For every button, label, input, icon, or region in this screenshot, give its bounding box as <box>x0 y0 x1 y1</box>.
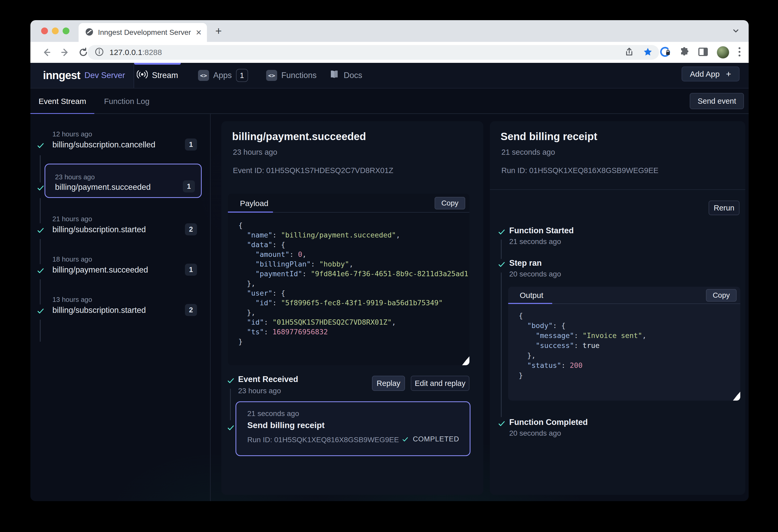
reload-icon[interactable] <box>78 47 88 58</box>
url-bar[interactable]: 127.0.0.1:8288 <box>87 45 659 60</box>
send-event-button[interactable]: Send event <box>690 93 744 109</box>
url-text: 127.0.0.1:8288 <box>109 48 162 57</box>
success-check-icon <box>498 261 505 268</box>
payload-card: Payload Copy { "name": "billing/payment.… <box>228 194 469 365</box>
plus-icon: + <box>726 69 731 79</box>
menu-dots-icon[interactable] <box>737 46 741 59</box>
event-name: billing/subscription.started <box>52 225 146 234</box>
tab-close-icon[interactable]: ✕ <box>196 28 202 37</box>
new-tab-button[interactable]: + <box>215 20 222 42</box>
page-fold-decoration <box>733 392 740 401</box>
success-check-icon <box>37 142 45 150</box>
timeline-connector <box>230 389 231 420</box>
nav-item-stream[interactable]: Stream <box>137 63 178 88</box>
forward-icon[interactable] <box>60 47 70 58</box>
stream-subnav: Event Stream Function Log Send event <box>30 88 749 114</box>
timeline-connector <box>40 239 41 264</box>
run-title: Send billing receipt <box>500 130 597 143</box>
event-name: billing/subscription.cancelled <box>52 140 155 150</box>
share-icon[interactable] <box>624 48 634 58</box>
nav-docs-label: Docs <box>344 71 362 80</box>
site-info-icon[interactable] <box>95 48 104 57</box>
stream-broadcast-icon <box>137 69 148 82</box>
copy-payload-button[interactable]: Copy <box>435 197 465 209</box>
nav-stream-label: Stream <box>152 71 178 80</box>
tab-search-chevron-icon[interactable] <box>732 27 740 36</box>
success-check-icon <box>227 424 235 432</box>
bookmark-star-icon[interactable] <box>643 47 653 58</box>
output-json: { "body": { "message": "Invoice sent", "… <box>508 304 740 380</box>
output-header: Output Copy <box>508 287 740 304</box>
timeline-connector <box>501 273 501 417</box>
run-name: Send billing receipt <box>247 421 325 430</box>
tab-event-stream[interactable]: Event Stream <box>30 88 94 114</box>
extensions-puzzle-icon[interactable] <box>679 47 690 58</box>
event-time: 13 hours ago <box>52 295 92 304</box>
timeline-connector <box>40 198 41 223</box>
payload-tab[interactable]: Payload <box>240 199 268 208</box>
success-check-icon <box>498 420 505 428</box>
timeline-connector <box>501 240 501 259</box>
content-area: 12 hours ago billing/subscription.cancel… <box>30 114 749 501</box>
brand: inngest Dev Server <box>30 63 134 88</box>
event-count-badge: 1 <box>185 264 197 276</box>
add-app-button[interactable]: Add App + <box>682 67 740 81</box>
success-check-icon <box>227 377 235 384</box>
nav-item-apps[interactable]: <> Apps 1 <box>198 63 248 88</box>
browser-tab[interactable]: Inngest Development Server ✕ <box>79 23 207 42</box>
run-time: 21 seconds ago <box>501 148 555 157</box>
output-card: Output Copy { "body": { "message": "Invo… <box>508 287 740 401</box>
rerun-button[interactable]: Rerun <box>709 200 740 215</box>
event-count-badge: 2 <box>185 223 197 235</box>
profile-avatar[interactable] <box>717 46 729 59</box>
success-check-icon <box>37 307 45 315</box>
run-detail-panel: Send billing receipt 21 seconds ago Run … <box>490 121 745 495</box>
step-ran-label: Step ran <box>509 258 542 268</box>
event-time: 12 hours ago <box>52 130 92 138</box>
functions-code-icon: <> <box>266 70 277 81</box>
dev-server-label: Dev Server <box>84 71 125 80</box>
event-name: billing/subscription.started <box>52 305 146 315</box>
apps-count-badge: 1 <box>236 69 248 82</box>
apps-code-icon: <> <box>198 70 209 81</box>
docs-book-icon <box>329 69 339 82</box>
event-title: billing/payment.succeeded <box>232 130 366 143</box>
browser-window: Inngest Development Server ✕ + 127.0.0.1… <box>30 20 749 501</box>
mac-zoom-button[interactable] <box>63 27 69 34</box>
password-extension-icon[interactable] <box>659 46 671 58</box>
favicon-globe-icon <box>85 28 93 37</box>
tab-title: Inngest Development Server <box>98 28 191 37</box>
success-check-icon <box>498 228 505 236</box>
success-check-icon <box>37 227 45 234</box>
add-app-label: Add App <box>690 70 720 79</box>
event-time: 21 hours ago <box>52 215 92 223</box>
mac-close-button[interactable] <box>41 27 48 34</box>
tab-event-stream-label: Event Stream <box>38 97 86 106</box>
output-tab[interactable]: Output <box>520 291 543 300</box>
side-panel-icon[interactable] <box>698 47 708 58</box>
run-id: Run ID: 01H5SQK1XEQ816X8GSB9WEG9EE <box>247 436 399 444</box>
edit-and-replay-button[interactable]: Edit and replay <box>411 376 469 391</box>
back-icon[interactable] <box>42 47 52 58</box>
completed-check-icon <box>402 436 409 443</box>
nav-item-functions[interactable]: <> Functions <box>266 63 316 88</box>
run-time: 21 seconds ago <box>247 410 299 418</box>
function-started-time: 21 seconds ago <box>509 238 561 246</box>
copy-output-button[interactable]: Copy <box>706 289 736 301</box>
function-completed-label: Function Completed <box>509 418 588 427</box>
mac-minimize-button[interactable] <box>52 27 59 34</box>
success-check-icon <box>37 184 45 192</box>
event-id: Event ID: 01H5SQK1S7HDESQ2C7VD8RX01Z <box>233 166 393 175</box>
app-header: inngest Dev Server Stream <> Apps 1 <> F… <box>30 63 749 88</box>
timeline-connector <box>40 155 41 182</box>
tab-function-log-label: Function Log <box>104 97 149 106</box>
event-count-badge: 1 <box>183 180 195 192</box>
function-run-card[interactable]: 21 seconds ago Send billing receipt Run … <box>235 402 470 456</box>
tab-function-log[interactable]: Function Log <box>100 88 153 114</box>
replay-button[interactable]: Replay <box>372 376 405 391</box>
event-name: billing/payment.succeeded <box>55 182 151 192</box>
success-check-icon <box>37 267 45 275</box>
event-time: 23 hours ago <box>55 173 95 181</box>
run-id: Run ID: 01H5SQK1XEQ816X8GSB9WEG9EE <box>501 166 658 175</box>
nav-item-docs[interactable]: Docs <box>329 63 362 88</box>
